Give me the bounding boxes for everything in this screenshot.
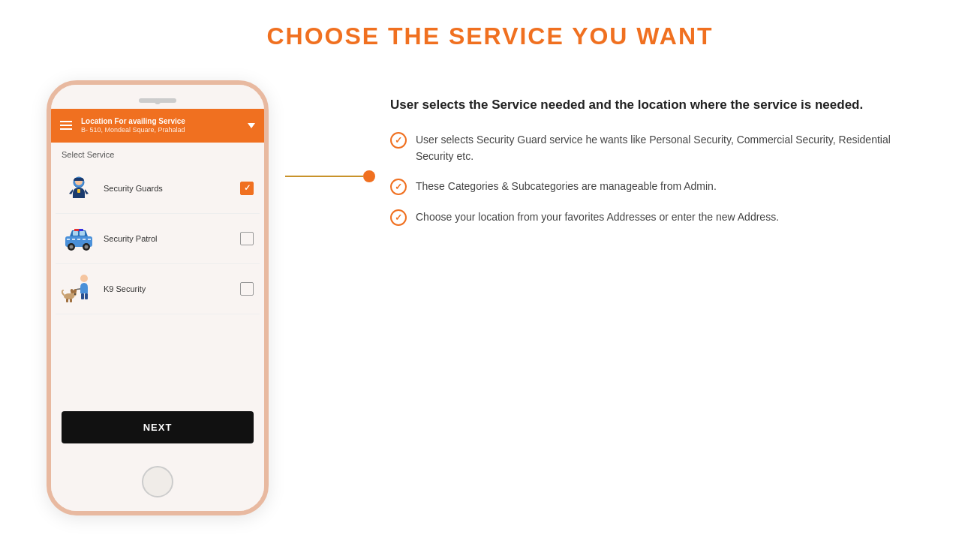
header-title: Location For availing Service	[81, 116, 242, 126]
description-point-1: User selects Security Guard service he w…	[390, 131, 920, 165]
phone-home-area	[51, 458, 264, 511]
checkbox-k9[interactable]	[240, 282, 254, 296]
hamburger-icon[interactable]	[60, 121, 72, 130]
home-button[interactable]	[142, 466, 173, 497]
description-point-text-3: Choose your location from your favorites…	[416, 209, 779, 225]
page-title: CHOOSE THE SERVICE YOU WANT	[266, 23, 713, 50]
description-panel: User selects the Service needed and the …	[375, 80, 950, 241]
header-text: Location For availing Service B- 510, Mo…	[81, 116, 242, 135]
service-item-k9[interactable]: K9 Security	[56, 264, 260, 314]
service-name-k9: K9 Security	[104, 284, 233, 293]
check-icon-2	[390, 179, 407, 195]
next-button[interactable]: NEXT	[62, 411, 254, 443]
description-point-3: Choose your location from your favorites…	[390, 209, 920, 226]
description-main-text: User selects the Service needed and the …	[390, 95, 920, 115]
check-icon-1	[390, 132, 407, 149]
camera-icon	[155, 98, 161, 104]
svg-rect-24	[66, 299, 68, 302]
security-patrol-icon	[62, 221, 96, 256]
connector-line-bar	[285, 176, 363, 177]
svg-rect-25	[70, 299, 72, 302]
description-point-2: These Categories & Subcategories are man…	[390, 178, 920, 195]
connector-dot	[363, 170, 375, 182]
service-name-patrol: Security Patrol	[104, 234, 233, 243]
phone-notch	[51, 85, 264, 109]
checkbox-patrol[interactable]	[240, 232, 254, 245]
svg-rect-6	[73, 231, 78, 236]
app-header: Location For availing Service B- 510, Mo…	[51, 109, 264, 143]
svg-rect-14	[79, 229, 83, 231]
description-point-text-2: These Categories & Subcategories are man…	[416, 178, 717, 194]
svg-point-11	[85, 245, 89, 248]
svg-point-16	[80, 275, 88, 282]
svg-point-23	[74, 293, 76, 295]
chevron-down-icon[interactable]	[248, 123, 255, 128]
svg-rect-7	[80, 231, 85, 236]
svg-rect-18	[85, 293, 88, 299]
checkbox-guards[interactable]	[240, 182, 254, 195]
svg-rect-17	[81, 293, 84, 299]
svg-rect-3	[74, 179, 84, 181]
security-guards-icon	[62, 171, 96, 206]
service-item-guards[interactable]: Security Guards	[56, 164, 260, 214]
header-subtitle: B- 510, Mondeal Square, Prahalad	[81, 126, 242, 135]
svg-rect-13	[74, 229, 79, 231]
svg-rect-4	[77, 189, 80, 193]
phone-mockup: Location For availing Service B- 510, Mo…	[30, 80, 285, 515]
service-name-guards: Security Guards	[104, 184, 233, 193]
check-icon-3	[390, 209, 407, 226]
service-list: Security Guards	[51, 164, 264, 363]
service-item-patrol[interactable]: Security Patrol	[56, 214, 260, 264]
description-points: User selects Security Guard service he w…	[390, 131, 920, 227]
k9-security-icon	[62, 272, 96, 306]
select-service-label: Select Service	[51, 143, 264, 164]
connector-line	[285, 170, 375, 182]
svg-point-9	[70, 245, 74, 248]
description-point-text-1: User selects Security Guard service he w…	[416, 131, 920, 165]
